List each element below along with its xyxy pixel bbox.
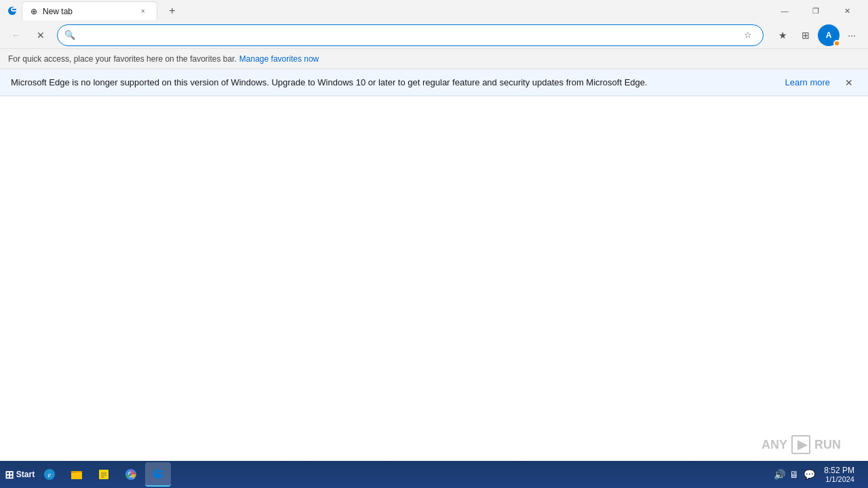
taskbar: ⊞ Start e bbox=[0, 461, 868, 488]
taskbar-tray: 🔊 🖥 💬 8:52 PM 1/1/2024 bbox=[767, 462, 865, 487]
favorites-button[interactable]: ★ bbox=[772, 24, 793, 46]
taskbar-item-files[interactable] bbox=[64, 462, 90, 487]
search-icon: 🔍 bbox=[64, 30, 75, 40]
svg-text:e: e bbox=[48, 470, 52, 479]
sticky-notes-icon bbox=[96, 467, 111, 482]
start-windows-icon: ⊞ bbox=[5, 468, 14, 481]
profile-button[interactable]: A bbox=[818, 24, 840, 46]
main-content bbox=[0, 96, 868, 461]
action-center-icon[interactable]: 💬 bbox=[802, 462, 816, 487]
svg-rect-5 bbox=[99, 470, 108, 479]
system-clock[interactable]: 8:52 PM 1/1/2024 bbox=[818, 462, 860, 487]
clock-date: 1/1/2024 bbox=[825, 475, 854, 483]
svg-rect-3 bbox=[71, 472, 82, 479]
manage-favorites-link[interactable]: Manage favorites now bbox=[239, 54, 319, 64]
profile-initial: A bbox=[826, 30, 832, 40]
taskbar-item-edge[interactable] bbox=[145, 462, 171, 487]
favorites-bar-text: For quick access, place your favorites h… bbox=[8, 54, 237, 64]
edge-logo-icon bbox=[5, 4, 19, 18]
info-bar-close-button[interactable]: ✕ bbox=[841, 75, 857, 91]
address-input[interactable] bbox=[79, 30, 736, 40]
ie-icon: e bbox=[42, 467, 57, 482]
network-icon[interactable]: 🖥 bbox=[787, 462, 801, 487]
tab-title: New tab bbox=[43, 7, 132, 16]
toolbar: ← ✕ 🔍 ☆ ★ ⊞ A ··· bbox=[0, 22, 868, 49]
collections-button[interactable]: ⊞ bbox=[795, 24, 816, 46]
taskbar-items: e bbox=[37, 462, 767, 487]
info-bar: Microsoft Edge is no longer supported on… bbox=[0, 69, 868, 96]
volume-icon[interactable]: 🔊 bbox=[772, 462, 786, 487]
edge-taskbar-icon bbox=[151, 466, 165, 481]
start-label: Start bbox=[16, 470, 35, 479]
system-tray: 🔊 🖥 💬 bbox=[772, 462, 816, 487]
clock-time: 8:52 PM bbox=[824, 466, 854, 475]
tab-icon: ⊕ bbox=[31, 7, 37, 16]
browser-tab[interactable]: ⊕ New tab × bbox=[22, 1, 157, 20]
title-bar-left: ⊕ New tab × + bbox=[5, 1, 182, 20]
title-bar: ⊕ New tab × + — ❐ ✕ bbox=[0, 0, 868, 22]
svg-rect-4 bbox=[71, 471, 77, 473]
info-bar-message: Microsoft Edge is no longer supported on… bbox=[11, 77, 774, 87]
favorites-add-icon[interactable]: ☆ bbox=[740, 27, 756, 43]
tab-close-button[interactable]: × bbox=[138, 6, 149, 17]
taskbar-item-ie[interactable]: e bbox=[37, 462, 62, 487]
minimize-button[interactable]: — bbox=[769, 0, 800, 22]
address-bar[interactable]: 🔍 ☆ bbox=[57, 24, 764, 46]
toolbar-right-buttons: ★ ⊞ A ··· bbox=[772, 24, 863, 46]
restore-button[interactable]: ❐ bbox=[800, 0, 831, 22]
start-button[interactable]: ⊞ Start bbox=[3, 462, 37, 487]
file-explorer-icon bbox=[69, 467, 84, 482]
window-controls: — ❐ ✕ bbox=[769, 0, 863, 22]
taskbar-item-chrome[interactable] bbox=[118, 462, 144, 487]
chrome-icon bbox=[123, 467, 138, 482]
settings-more-button[interactable]: ··· bbox=[841, 24, 863, 46]
profile-badge bbox=[833, 40, 840, 47]
new-tab-button[interactable]: + bbox=[163, 1, 182, 20]
stop-button[interactable]: ✕ bbox=[30, 24, 52, 46]
taskbar-item-sticky[interactable] bbox=[91, 462, 117, 487]
favorites-bar: For quick access, place your favorites h… bbox=[0, 49, 868, 69]
address-bar-actions: ☆ bbox=[740, 27, 756, 43]
back-button[interactable]: ← bbox=[5, 24, 27, 46]
learn-more-link[interactable]: Learn more bbox=[780, 75, 835, 90]
close-button[interactable]: ✕ bbox=[831, 0, 863, 22]
